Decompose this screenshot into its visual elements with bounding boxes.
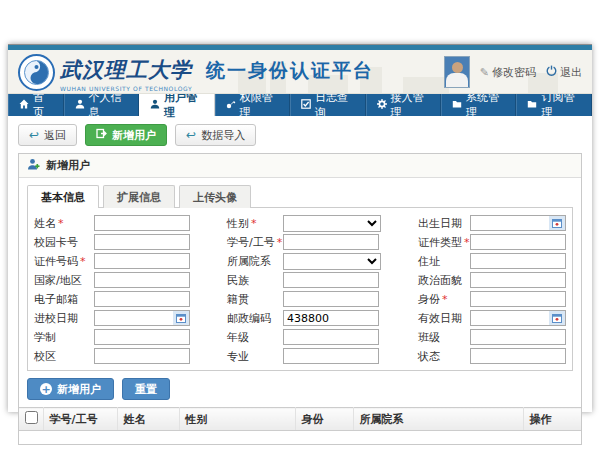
university-name-en: WUHAN UNIVERSITY OF TECHNOLOGY xyxy=(60,85,374,92)
panel-title: 新增用户 xyxy=(46,158,90,173)
user-table: 学号/工号 姓名 性别 身份 所属院系 操作 xyxy=(19,407,581,444)
tab-basic-info[interactable]: 基本信息 xyxy=(27,185,99,208)
postal-code-input[interactable] xyxy=(283,310,379,326)
form-columns: 姓名* 校园卡号 证件号码* xyxy=(34,215,566,364)
platform-title: 统一身份认证平台 xyxy=(206,59,374,81)
form-row-id-number: 证件号码* xyxy=(34,253,190,269)
address-input[interactable] xyxy=(470,253,566,269)
student-id-input[interactable] xyxy=(283,234,379,250)
logout-link[interactable]: 退出 xyxy=(546,65,582,80)
header: 武汉理工大学统一身份认证平台 WUHAN UNIVERSITY OF TECHN… xyxy=(8,50,592,94)
form-column-3: 出生日期 证件类型* 住址 xyxy=(418,215,566,364)
department-select[interactable] xyxy=(283,253,381,270)
form-row-department: 所属院系 xyxy=(227,253,381,269)
submit-add-user-button[interactable]: + 新增用户 xyxy=(27,378,114,400)
cityscape-watermark xyxy=(403,77,449,93)
form-row-birth-date: 出生日期 xyxy=(418,215,566,231)
id-type-input[interactable] xyxy=(470,234,566,250)
empty-table-row xyxy=(19,431,581,444)
permission-icon xyxy=(226,99,236,112)
tab-upload-avatar[interactable]: 上传头像 xyxy=(179,185,251,208)
nav-tab-permission-management[interactable]: 权限管理 xyxy=(215,94,290,116)
form-row-political-status: 政治面貌 xyxy=(418,272,566,288)
back-arrow-icon: ↩ xyxy=(29,129,39,141)
form-row-address: 住址 xyxy=(418,253,566,269)
add-user-icon xyxy=(96,128,107,142)
name-input[interactable] xyxy=(94,215,190,231)
native-place-input[interactable] xyxy=(283,291,379,307)
select-all-header xyxy=(19,408,43,431)
panel-header: 新增用户 xyxy=(19,154,581,178)
reset-button[interactable]: 重置 xyxy=(122,378,170,400)
form-actions: + 新增用户 重置 xyxy=(19,371,581,407)
back-button[interactable]: ↩ 返回 xyxy=(18,124,77,146)
col-department: 所属院系 xyxy=(353,408,523,431)
main-nav: 首页 个人信息 用户管理 权限管理 日志查询 接入管理 系统管理 订阅管理 xyxy=(8,94,592,116)
valid-date-calendar-icon[interactable] xyxy=(549,311,565,325)
col-name: 姓名 xyxy=(117,408,179,431)
form-row-class: 班级 xyxy=(418,329,566,345)
birth-date-calendar-icon[interactable] xyxy=(549,216,565,230)
nav-tab-user-management[interactable]: 用户管理 xyxy=(139,94,214,116)
form-row-campus-card: 校园卡号 xyxy=(34,234,190,250)
form-row-gender: 性别* xyxy=(227,215,381,231)
study-length-input[interactable] xyxy=(94,329,190,345)
nav-tab-access-management[interactable]: 接入管理 xyxy=(366,94,441,116)
user-avatar[interactable] xyxy=(444,56,470,88)
home-icon xyxy=(19,99,29,112)
col-actions: 操作 xyxy=(523,408,581,431)
nav-tab-personal-info[interactable]: 个人信息 xyxy=(64,94,139,116)
tab-extended-info[interactable]: 扩展信息 xyxy=(103,185,175,208)
add-user-toolbar-button[interactable]: 新增用户 xyxy=(85,124,167,146)
id-number-input[interactable] xyxy=(94,253,190,269)
form-tabs: 基本信息 扩展信息 上传头像 xyxy=(27,184,573,207)
form-row-status: 状态 xyxy=(418,348,566,364)
political-status-input[interactable] xyxy=(470,272,566,288)
user-plus-icon xyxy=(27,158,40,174)
country-region-input[interactable] xyxy=(94,272,190,288)
table-header-row: 学号/工号 姓名 性别 身份 所属院系 操作 xyxy=(19,408,581,431)
folder-icon xyxy=(452,99,462,112)
users-icon xyxy=(150,99,160,112)
form-row-campus: 校区 xyxy=(34,348,190,364)
import-arrow-icon: ↩ xyxy=(186,129,196,141)
entry-date-calendar-icon[interactable] xyxy=(173,311,189,325)
log-icon xyxy=(301,99,311,112)
select-all-checkbox[interactable] xyxy=(25,411,38,424)
university-name: 武汉理工大学 xyxy=(60,57,192,82)
form-row-entry-date: 进校日期 xyxy=(34,310,190,326)
form-row-email: 电子邮箱 xyxy=(34,291,190,307)
data-import-button[interactable]: ↩ 数据导入 xyxy=(175,124,256,146)
grade-input[interactable] xyxy=(283,329,379,345)
email-input[interactable] xyxy=(94,291,190,307)
identity-input[interactable] xyxy=(470,291,566,307)
nav-tab-log-query[interactable]: 日志查询 xyxy=(290,94,365,116)
form-row-country-region: 国家/地区 xyxy=(34,272,190,288)
nav-tab-system-management[interactable]: 系统管理 xyxy=(441,94,516,116)
col-identity: 身份 xyxy=(295,408,353,431)
user-icon xyxy=(75,99,85,112)
form-row-id-type: 证件类型* xyxy=(418,234,566,250)
gender-select[interactable] xyxy=(283,215,381,232)
basic-info-pane: 姓名* 校园卡号 证件号码* xyxy=(27,207,573,371)
app-window: 武汉理工大学统一身份认证平台 WUHAN UNIVERSITY OF TECHN… xyxy=(8,44,592,412)
status-input[interactable] xyxy=(470,348,566,364)
ethnicity-input[interactable] xyxy=(283,272,379,288)
major-input[interactable] xyxy=(283,348,379,364)
form-row-native-place: 籍贯 xyxy=(227,291,381,307)
form-row-grade: 年级 xyxy=(227,329,381,345)
form-column-2: 性别* 学号/工号* 所属院系 xyxy=(227,215,381,364)
form-row-study-length: 学制 xyxy=(34,329,190,345)
tabs-wrap: 基本信息 扩展信息 上传头像 姓名* 校园卡号 xyxy=(19,178,581,371)
nav-tab-subscription-management[interactable]: 订阅管理 xyxy=(516,94,591,116)
toolbar: ↩ 返回 新增用户 ↩ 数据导入 xyxy=(18,124,582,146)
power-icon xyxy=(546,65,557,79)
campus-input[interactable] xyxy=(94,348,190,364)
nav-tab-home[interactable]: 首页 xyxy=(8,94,64,116)
header-titles: 武汉理工大学统一身份认证平台 WUHAN UNIVERSITY OF TECHN… xyxy=(60,56,374,92)
form-column-1: 姓名* 校园卡号 证件号码* xyxy=(34,215,190,364)
campus-card-input[interactable] xyxy=(94,234,190,250)
change-password-link[interactable]: ✎ 修改密码 xyxy=(480,65,536,80)
header-right: ✎ 修改密码 退出 xyxy=(444,50,582,94)
class-input[interactable] xyxy=(470,329,566,345)
